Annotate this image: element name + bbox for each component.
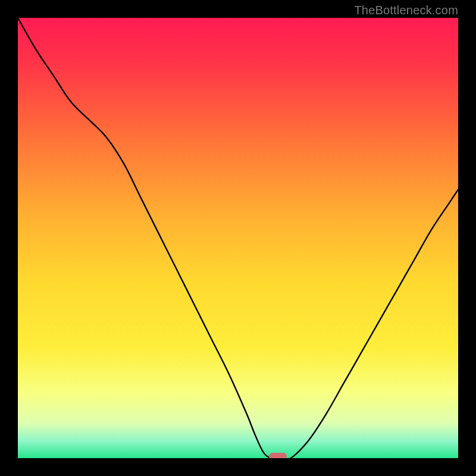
- chart-frame: TheBottleneck.com: [0, 0, 476, 476]
- curve-svg: [18, 18, 458, 458]
- bottleneck-curve: [18, 18, 458, 458]
- watermark: TheBottleneck.com: [354, 4, 458, 17]
- optimal-marker: [269, 453, 287, 458]
- plot-area: [18, 18, 458, 458]
